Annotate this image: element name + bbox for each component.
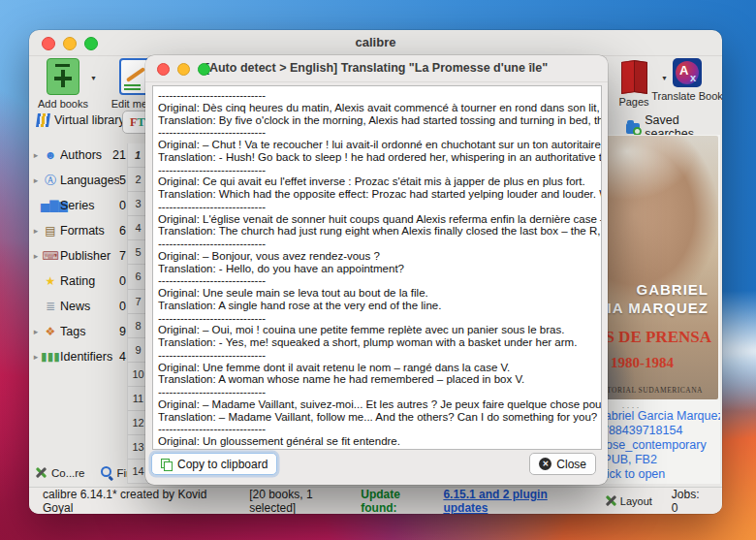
log-line: Translation: A woman whose name he had r…	[158, 373, 596, 386]
tag-browser-item[interactable]: ★ Rating 0	[31, 269, 129, 294]
minimize-window-button[interactable]	[63, 37, 77, 50]
book-detail-link[interactable]: EPUB, FB2	[595, 453, 720, 467]
tags-icon: ❖	[41, 326, 60, 337]
languages-icon: Ⓐ	[41, 175, 60, 186]
news-icon: ≣	[41, 301, 60, 312]
tag-browser-item[interactable]: ▸ ▮▮▮ Identifiers 4	[31, 344, 129, 369]
log-line: Original: Ce qui avait eu l'effet invers…	[158, 175, 596, 188]
formats-icon: ▤	[41, 225, 60, 237]
log-line: Original: – Oui, moi ! couina une petite…	[158, 324, 596, 336]
expand-arrow-icon[interactable]: ▸	[31, 175, 41, 185]
close-window-button[interactable]	[42, 37, 55, 50]
log-line: Translation: - Yes, me! squeaked a short…	[158, 336, 596, 349]
log-line: Original: Dès cinq heures du matin, Alex…	[158, 102, 596, 114]
update-found-label: Update found:	[361, 488, 438, 515]
tag-browser-item-label: Publisher	[60, 249, 119, 263]
add-books-button[interactable]: Add books	[33, 58, 93, 110]
desktop: calibre Add books ▼ Edit metad Pages ▼ T…	[0, 0, 756, 540]
window-titlebar[interactable]: calibre	[29, 30, 722, 56]
expand-arrow-icon[interactable]: ▸	[31, 327, 41, 336]
log-line: Translation: A single hand rose at the v…	[158, 300, 596, 312]
dialog-titlebar[interactable]: [Auto detect > English] Translating "La …	[145, 55, 608, 82]
log-line: Original: – Madame Vaillant, suivez-moi.…	[158, 398, 596, 411]
log-line: -----------------------------	[158, 312, 596, 325]
tag-browser-item[interactable]: ▅▇▆ Series 0	[31, 193, 129, 218]
tag-browser-item-label: News	[60, 300, 119, 313]
tag-browser-item[interactable]: ▸ ☻ Authors 21	[31, 143, 129, 168]
pages-icon	[619, 58, 648, 93]
book-detail-link[interactable]: Gabriel Garcia Marquez	[595, 409, 720, 424]
log-line: -----------------------------	[158, 201, 596, 213]
log-line: Original: – Bonjour, vous avez rendez-vo…	[158, 250, 596, 263]
virtual-library-button[interactable]: Virtual library	[37, 113, 125, 127]
add-books-icon	[47, 58, 79, 95]
translation-log[interactable]: ----------------------------- Original: …	[152, 85, 602, 450]
tag-browser-item[interactable]: ▸ ❖ Tags 9	[31, 319, 129, 344]
identifiers-icon: ▮▮▮	[41, 351, 60, 363]
log-line: Original: Un gloussement général se fit …	[158, 435, 596, 448]
translate-book-button[interactable]: Translate Book	[653, 58, 721, 102]
log-line: Translation: Which had the opposite effe…	[158, 188, 596, 201]
log-line: Translation: – Madame Vaillant, follow m…	[158, 411, 596, 424]
dialog-minimize-button[interactable]	[177, 63, 190, 76]
tag-browser-item-label: Rating	[60, 274, 119, 288]
tag-browser-item-count: 4	[119, 350, 126, 364]
font-size-f: F	[130, 115, 137, 130]
book-detail-link[interactable]: 9788439718154	[595, 424, 720, 438]
series-icon: ▅▇▆	[41, 200, 60, 211]
tag-browser-item[interactable]: ▸ Ⓐ Languages 5	[31, 168, 129, 193]
log-line: Translation: The church had just rung ei…	[158, 225, 596, 238]
tag-browser-item-count: 0	[119, 274, 126, 288]
tag-browser-item[interactable]: ▸ ⌨ Publisher 7	[31, 243, 129, 269]
log-line: Original: Une seule main se leva tout au…	[158, 287, 596, 300]
rating-icon: ★	[41, 275, 60, 287]
log-line: Original: Une femme dont il avait retenu…	[158, 362, 596, 374]
log-line: Translation: By five o'clock in the morn…	[158, 114, 596, 127]
traffic-lights	[42, 37, 98, 50]
close-icon: ✕	[539, 458, 551, 470]
translation-dialog: [Auto detect > English] Translating "La …	[145, 55, 608, 485]
zoom-window-button[interactable]	[84, 37, 98, 50]
tag-browser-item-count: 7	[119, 249, 126, 263]
jobs-status[interactable]: Jobs: 0	[672, 488, 709, 515]
tag-browser-item-count: 9	[119, 325, 126, 338]
status-bar: calibre 6.14.1* created by Kovid Goyal […	[29, 487, 722, 514]
layout-icon	[605, 494, 617, 507]
add-books-dropdown-icon[interactable]: ▼	[90, 75, 97, 81]
log-line: -----------------------------	[158, 126, 596, 139]
tag-browser-item-count: 21	[112, 148, 126, 162]
copy-icon	[161, 459, 173, 470]
layout-button[interactable]: Layout	[605, 494, 652, 507]
cover-publisher: EDITORIAL SUDAMERICANA	[593, 386, 703, 395]
log-line: Translation: - Hush! Go back to sleep ! …	[158, 151, 596, 164]
dialog-close-button[interactable]	[157, 63, 170, 76]
authors-icon: ☻	[41, 149, 60, 161]
tag-browser-item[interactable]: ▸ ▤ Formats 6	[31, 218, 129, 243]
tag-browser-list: ▸ ☻ Authors 21 ▸ Ⓐ Languages 5 ▅▇▆ Serie…	[31, 143, 129, 369]
log-line: -----------------------------	[158, 386, 596, 398]
log-line: Translation: - Hello, do you have an app…	[158, 263, 596, 275]
window-title: calibre	[29, 30, 722, 55]
tag-browser-item-count: 0	[119, 199, 126, 212]
tools-icon	[35, 466, 47, 479]
tag-browser-item-label: Series	[60, 199, 119, 212]
update-link[interactable]: 6.15.1 and 2 plugin updates	[443, 488, 592, 515]
expand-arrow-icon[interactable]: ▸	[31, 150, 41, 160]
configure-button[interactable]: Co...re	[35, 466, 85, 479]
expand-arrow-icon[interactable]: ▸	[31, 226, 41, 236]
tag-browser-item[interactable]: ≣ News 0	[31, 294, 129, 319]
book-detail-link[interactable]: prose_contemporary	[595, 438, 720, 453]
expand-arrow-icon[interactable]: ▸	[31, 251, 41, 261]
tag-browser-item-count: 5	[119, 174, 126, 187]
tag-browser-item-label: Authors	[60, 148, 112, 162]
book-detail-link[interactable]: Click to open	[595, 467, 720, 482]
dialog-zoom-button[interactable]	[198, 63, 210, 76]
tag-browser-item-count: 0	[119, 300, 126, 313]
font-size-t: T	[137, 114, 145, 130]
dialog-close-action-button[interactable]: ✕ Close	[529, 453, 596, 475]
log-line: -----------------------------	[158, 164, 596, 176]
copy-to-clipboard-button[interactable]: Copy to clipboard	[151, 453, 277, 475]
expand-arrow-icon[interactable]: ▸	[31, 352, 41, 362]
log-line: -----------------------------	[158, 238, 596, 250]
book-details-links: Gabriel Garcia Marquez 9788439718154 pro…	[595, 409, 720, 482]
